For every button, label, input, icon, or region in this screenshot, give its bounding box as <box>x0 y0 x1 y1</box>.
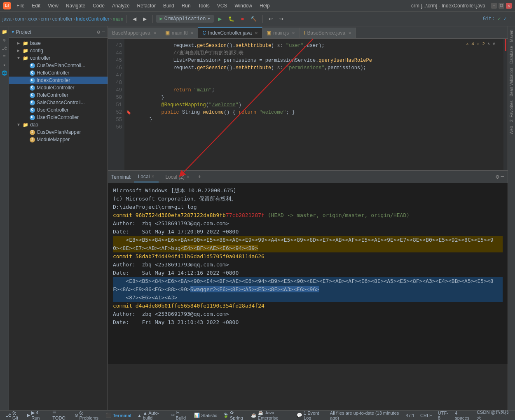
project-minus-icon[interactable]: ─ <box>102 29 105 35</box>
tab-mainjs-close[interactable]: ✕ <box>292 31 295 35</box>
menu-window[interactable]: Window <box>231 2 255 9</box>
menu-help[interactable]: Help <box>256 2 273 9</box>
tree-item-config[interactable]: ▶ 📁 config <box>9 47 108 54</box>
tree-item-module[interactable]: C ModuleController <box>9 84 108 91</box>
tree-item-cusdevplan[interactable]: C CusDevPlanControll... <box>9 62 108 69</box>
project-settings-icon[interactable]: ⚙ <box>97 29 100 35</box>
tree-item-cusmapper[interactable]: I CusDevPlanMapper <box>9 128 108 136</box>
redo-button[interactable]: ↪ <box>277 15 286 23</box>
sidebar-web-label[interactable]: Web <box>508 124 515 136</box>
statusbar-event-log[interactable]: 💬 1 Event Log <box>294 411 327 420</box>
statusbar-todo[interactable]: ☰ TODO <box>50 411 71 420</box>
statusbar-git[interactable]: ⎇ 9: Git <box>3 411 23 420</box>
tree-item-index[interactable]: C IndexController <box>9 77 108 84</box>
code-line-52: public String welcome() { return "welcom… <box>138 109 499 116</box>
statusbar-java-enterprise[interactable]: ☕ ☕ Java Enterprise <box>248 411 293 420</box>
tab-indexcontroller[interactable]: C IndexController.java ✕ <box>198 27 262 38</box>
menu-refactor[interactable]: Refactor <box>134 2 159 9</box>
build-button[interactable]: 🔨 <box>248 15 259 23</box>
tab-basemapper-close[interactable]: ✕ <box>153 31 157 35</box>
sidebar-structure-icon[interactable]: ≡ <box>1 53 8 60</box>
tree-item-dao[interactable]: ▼ 📁 dao <box>9 121 108 128</box>
menu-build[interactable]: Build <box>160 2 178 9</box>
statusbar-indent[interactable]: 4 spaces <box>452 411 473 420</box>
close-button[interactable]: ✕ <box>506 3 512 9</box>
statusbar-statistic[interactable]: 📊 Statistic <box>192 411 220 420</box>
debug-button[interactable]: 🐛 <box>226 15 237 23</box>
menu-edit[interactable]: Edit <box>28 2 44 9</box>
git-status: Git: ✓ ✓ ↑ <box>483 16 513 22</box>
code-editor[interactable]: ⚠ 4 ⚠ 2 ∧ ∨ request.getSession().setAttr… <box>133 39 503 170</box>
sidebar-database-label[interactable]: Database <box>508 44 515 65</box>
statusbar-terminal[interactable]: ⬛ Terminal <box>103 411 134 420</box>
sidebar-favorites-icon[interactable]: ★ <box>1 61 8 68</box>
tree-item-modulemapper[interactable]: I ModuleMapper <box>9 136 108 143</box>
tab-mainftl-close[interactable]: ✕ <box>190 31 194 35</box>
collapse-icon[interactable]: ∨ <box>492 40 495 48</box>
menu-view[interactable]: View <box>44 2 62 9</box>
back-button[interactable]: ◀ <box>130 15 139 23</box>
menu-code[interactable]: Code <box>89 2 108 9</box>
tree-item-userrole[interactable]: C UserRoleController <box>9 114 108 121</box>
forward-button[interactable]: ▶ <box>140 15 149 23</box>
terminal-content[interactable]: Microsoft Windows [版本 10.0.22000.675] (c… <box>108 183 508 364</box>
tree-item-controller[interactable]: ▼ 📁 controller <box>9 54 108 62</box>
sidebar-favorites-label[interactable]: 2: Favorites <box>508 99 515 124</box>
menu-analyze[interactable]: Analyze <box>109 2 133 9</box>
tree-item-base[interactable]: ▶ 📁 base <box>9 40 108 47</box>
sidebar-commit-icon[interactable]: ⊙ <box>1 36 8 44</box>
tab-mainjs-label: main.js <box>273 30 289 36</box>
tab-basemapper[interactable]: BaseMapper.java ✕ <box>108 28 161 38</box>
project-collapse-icon[interactable]: ▼ <box>12 30 14 35</box>
undo-button[interactable]: ↩ <box>266 15 275 23</box>
tab-mainjs[interactable]: ▣ main.js ✕ <box>262 28 300 38</box>
git-checkmark: ✓ <box>498 16 501 22</box>
sidebar-web-icon[interactable]: 🌐 <box>1 69 8 77</box>
statusbar-problems[interactable]: ⊘ 6: Problems <box>72 411 103 420</box>
minimize-button[interactable]: ─ <box>491 3 497 9</box>
tab-indexcontroller-close[interactable]: ✕ <box>255 31 258 35</box>
tree-item-salechance[interactable]: C SaleChanceControll... <box>9 99 108 106</box>
java-icon-module: C <box>29 85 35 91</box>
menu-run[interactable]: Run <box>178 2 194 9</box>
statusbar-spring[interactable]: 🍃 ✿ Spring <box>220 411 248 420</box>
statusbar-encoding[interactable]: UTF-8 <box>435 411 452 420</box>
tree-item-role[interactable]: C RoleController <box>9 91 108 99</box>
statusbar-run[interactable]: ▶ ▶ 4: Run <box>24 411 49 420</box>
terminal-minimize-icon[interactable]: ─ <box>501 173 504 180</box>
statusbar-crlf[interactable]: CRLF <box>418 411 435 420</box>
statusbar-autobuild[interactable]: ▲ ▲ Auto-build <box>135 411 168 420</box>
tab-baseservice-close[interactable]: ✕ <box>348 31 351 35</box>
tab-mainftl[interactable]: ▣ main.ftl ✕ <box>161 28 199 38</box>
tab-baseservice[interactable]: I BaseService.java ✕ <box>300 28 356 38</box>
tree-label-modulemapper: ModuleMapper <box>37 137 70 142</box>
tree-arrow-dao: ▼ <box>17 123 22 127</box>
terminal-add-tab[interactable]: + <box>196 174 203 180</box>
terminal-tab-local[interactable]: Local ✕ <box>134 172 159 182</box>
stop-button[interactable]: ■ <box>239 15 246 23</box>
terminal-settings-icon[interactable]: ⚙ <box>496 173 499 180</box>
statusbar-position[interactable]: 47:1 <box>403 411 417 420</box>
toolbar-separator3 <box>262 15 263 23</box>
menu-tools[interactable]: Tools <box>195 2 213 9</box>
sidebar-vcs-icon[interactable]: ⎇ <box>1 44 8 52</box>
java-icon-modulemapper: I <box>29 137 35 142</box>
tree-item-hello[interactable]: C HelloController <box>9 69 108 77</box>
editor-scrollbar[interactable] <box>503 39 508 170</box>
tree-item-user[interactable]: C UserController <box>9 106 108 114</box>
run-icon-status: ▶ <box>27 413 30 418</box>
terminal-tab-local2-close[interactable]: ✕ <box>186 175 190 179</box>
sidebar-project-icon[interactable]: 📁 <box>1 28 8 35</box>
run-config-selector[interactable]: ▶ CrmApplication ▾ <box>156 15 213 23</box>
sidebar-maven-label[interactable]: Maven <box>508 28 515 44</box>
menu-navigate[interactable]: Navigate <box>63 2 89 9</box>
sidebar-beanvalidation-label[interactable]: Bean Validation <box>508 66 515 98</box>
expand-icon[interactable]: ∧ <box>487 40 490 48</box>
statusbar-build[interactable]: ✂ ✂ Build <box>169 411 191 420</box>
maximize-button[interactable]: □ <box>499 3 504 9</box>
terminal-tab-local-close[interactable]: ✕ <box>151 174 154 179</box>
menu-vcs[interactable]: VCS <box>214 2 231 9</box>
menu-file[interactable]: File <box>13 2 28 9</box>
terminal-tab-local2[interactable]: Local (2) ✕ <box>161 172 194 182</box>
run-button[interactable]: ▶ <box>215 15 224 23</box>
